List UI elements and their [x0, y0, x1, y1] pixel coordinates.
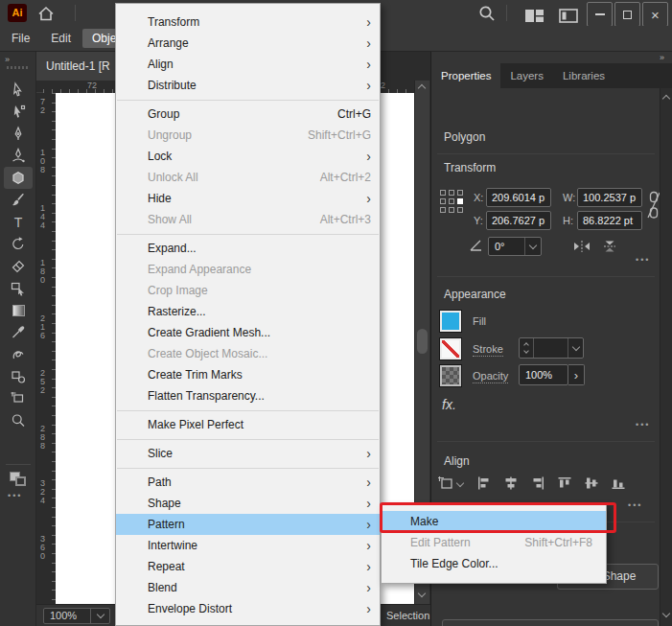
- workspace-switcher-icon[interactable]: [556, 5, 581, 26]
- menu-file[interactable]: File: [2, 29, 39, 48]
- opacity-swatch[interactable]: [440, 365, 461, 386]
- scroll-down-icon[interactable]: [662, 610, 670, 617]
- tool-rotate[interactable]: [4, 233, 33, 255]
- menu-edit[interactable]: Edit: [41, 29, 81, 48]
- tool-eyedropper[interactable]: [4, 321, 33, 343]
- menu-item-envelope-distort[interactable]: Envelope Distort›: [116, 598, 380, 619]
- selection-icon: [11, 81, 26, 98]
- tool-direct-selection[interactable]: [4, 101, 33, 123]
- tool-eraser[interactable]: [4, 255, 33, 277]
- align-top-button[interactable]: [557, 475, 572, 491]
- toolbar-expand-icon[interactable]: »: [5, 55, 9, 64]
- tool-shape-builder[interactable]: [4, 277, 33, 299]
- stroke-weight-control[interactable]: [519, 337, 584, 359]
- panel-header: »: [431, 52, 672, 63]
- tool-type[interactable]: T: [4, 211, 33, 233]
- constrain-proportions-icon[interactable]: [646, 190, 660, 220]
- tool-zoom[interactable]: [4, 409, 33, 431]
- align-more-options-icon[interactable]: •••: [628, 500, 642, 510]
- tool-paintbrush[interactable]: [4, 189, 33, 211]
- stroke-label[interactable]: Stroke: [473, 343, 503, 357]
- maximize-button[interactable]: [614, 2, 640, 27]
- scrollbar-thumb[interactable]: [417, 329, 428, 354]
- tool-blend[interactable]: [4, 343, 33, 365]
- align-to-dropdown[interactable]: [438, 475, 463, 492]
- tab-properties[interactable]: Properties: [431, 63, 500, 88]
- menu-item-arrange[interactable]: Arrange›: [116, 33, 380, 54]
- align-vertical-center-button[interactable]: [584, 475, 599, 491]
- tool-curvature[interactable]: [4, 145, 33, 167]
- fill-color-swatch[interactable]: [440, 311, 461, 332]
- menu-item-create-trim-marks[interactable]: Create Trim Marks: [116, 364, 380, 385]
- menu-item-make-pixel-perfect[interactable]: Make Pixel Perfect: [116, 414, 380, 435]
- align-horizontal-center-button[interactable]: [503, 475, 519, 491]
- menu-item-distribute[interactable]: Distribute›: [116, 75, 380, 96]
- menu-item-repeat[interactable]: Repeat›: [116, 556, 380, 577]
- y-input[interactable]: 206.7627 p: [486, 211, 551, 230]
- scroll-down-icon[interactable]: [418, 590, 426, 597]
- minimize-button[interactable]: [587, 2, 613, 27]
- stepper-icon[interactable]: [520, 338, 534, 358]
- menu-item-group[interactable]: GroupCtrl+G: [116, 104, 380, 125]
- scroll-up-icon[interactable]: [418, 84, 426, 92]
- tab-layers[interactable]: Layers: [500, 63, 553, 88]
- scroll-up-icon[interactable]: [662, 95, 670, 103]
- x-input[interactable]: 209.6014 p: [486, 188, 551, 207]
- tool-symbol[interactable]: [4, 365, 33, 387]
- flip-horizontal-icon[interactable]: [573, 240, 591, 253]
- w-input[interactable]: 100.2537 p: [577, 188, 642, 207]
- menu-item-expand[interactable]: Expand...: [116, 238, 380, 259]
- menu-item-tile-edge-color[interactable]: Tile Edge Color...: [382, 553, 606, 574]
- tool-gradient[interactable]: [4, 299, 33, 321]
- align-right-button[interactable]: [530, 475, 545, 491]
- menu-item-transform[interactable]: Transform›: [116, 12, 380, 33]
- menu-item-lock[interactable]: Lock›: [116, 146, 380, 167]
- tool-pen[interactable]: [4, 123, 33, 145]
- home-icon[interactable]: [35, 3, 58, 24]
- menu-item-slice[interactable]: Slice›: [116, 443, 380, 464]
- menu-item-rasterize[interactable]: Rasterize...: [116, 301, 380, 322]
- panel-collapse-icon[interactable]: »: [660, 53, 663, 62]
- tool-artboard[interactable]: [4, 387, 33, 409]
- flip-vertical-icon[interactable]: [602, 240, 617, 253]
- fill-stroke-swatch-icon[interactable]: [10, 472, 26, 486]
- tab-libraries[interactable]: Libraries: [553, 63, 614, 88]
- arrange-documents-icon[interactable]: [521, 5, 546, 26]
- h-input[interactable]: 86.8222 pt: [577, 211, 642, 230]
- menu-item-flatten-transparency[interactable]: Flatten Transparency...: [116, 385, 380, 406]
- menu-item-create-gradient-mesh[interactable]: Create Gradient Mesh...: [116, 322, 380, 343]
- appearance-more-options-icon[interactable]: •••: [636, 420, 650, 429]
- chevron-down-icon[interactable]: [568, 338, 583, 358]
- menu-item-shape[interactable]: Shape›: [116, 493, 380, 514]
- toolbar-grip[interactable]: [7, 66, 30, 69]
- menu-item-make[interactable]: Make: [382, 511, 606, 532]
- recolor-button[interactable]: Recolor: [442, 619, 659, 626]
- panel-scrollbar[interactable]: [660, 88, 672, 626]
- align-left-button[interactable]: [476, 475, 492, 491]
- menu-separator: [116, 230, 380, 238]
- document-tab[interactable]: Untitled-1 [R: [36, 52, 120, 81]
- opacity-label[interactable]: Opacity: [473, 370, 508, 383]
- menu-item-align[interactable]: Align›: [116, 54, 380, 75]
- menu-item-path[interactable]: Path›: [116, 472, 380, 493]
- menu-item-pattern[interactable]: Pattern›: [116, 514, 380, 535]
- align-bottom-button[interactable]: [611, 475, 626, 491]
- opacity-input[interactable]: 100%: [519, 364, 568, 385]
- close-button[interactable]: ×: [642, 2, 668, 27]
- search-icon[interactable]: [475, 3, 499, 24]
- rotation-angle-dropdown[interactable]: 0°: [488, 237, 542, 256]
- zoom-level-dropdown[interactable]: 100%: [43, 608, 110, 624]
- menu-item-blend[interactable]: Blend›: [116, 577, 380, 598]
- menu-item-perspective[interactable]: Perspective›: [116, 619, 380, 626]
- tool-polygon[interactable]: [4, 167, 33, 189]
- menu-item-hide[interactable]: Hide›: [116, 188, 380, 209]
- effects-fx-icon[interactable]: fx.: [442, 397, 456, 412]
- stroke-color-swatch[interactable]: [440, 338, 461, 359]
- opacity-expand-icon[interactable]: ›: [568, 364, 585, 385]
- more-tools-icon[interactable]: •••: [8, 491, 22, 500]
- tool-selection[interactable]: [4, 79, 33, 101]
- transform-more-options-icon[interactable]: •••: [636, 255, 650, 265]
- reference-point-locator[interactable]: [440, 190, 463, 213]
- menu-item-intertwine[interactable]: Intertwine›: [116, 535, 380, 556]
- direct-selection-icon: [11, 104, 26, 120]
